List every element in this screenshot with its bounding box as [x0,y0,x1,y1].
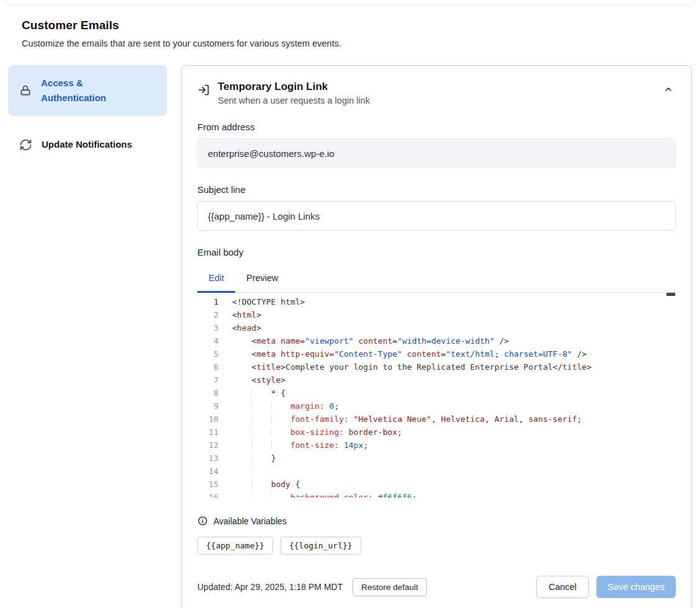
email-body-tabs: Edit Preview [197,267,676,293]
info-icon [197,516,208,526]
available-variables-label: Available Variables [213,516,287,526]
collapse-card-button[interactable] [661,81,676,100]
footer-actions: Cancel Save changes [536,576,676,598]
sidebar-item-access-authentication[interactable]: Access & Authentication [8,65,167,116]
save-changes-button[interactable]: Save changes [596,576,676,598]
email-types-sidebar: Access & Authentication Update Notificat… [8,65,167,163]
subject-line-label: Subject line [197,184,676,195]
variable-chip-app-name[interactable]: {{app_name}} [197,537,273,555]
refresh-icon [19,138,32,151]
card-header-text: Temporary Login Link Sent when a user re… [218,81,370,105]
tab-edit[interactable]: Edit [197,267,235,293]
sidebar-item-label: Access & Authentication [41,76,134,105]
available-variables-row: Available Variables [197,516,676,526]
from-address-label: From address [197,122,676,132]
card-title: Temporary Login Link [218,81,370,93]
restore-default-button[interactable]: Restore default [352,578,427,596]
lock-icon [19,84,32,97]
email-body-code-editor[interactable]: 1<!DOCTYPE html>2<html>3<head>4 <meta na… [197,293,676,498]
sidebar-item-label: Update Notifications [42,137,132,152]
card-header: Temporary Login Link Sent when a user re… [197,81,676,105]
previous-card-bottom-edge [5,0,695,6]
editor-scrollbar-thumb[interactable] [666,293,675,296]
card-footer: Updated: Apr 29, 2025, 1:18 PM MDT Resto… [197,576,676,598]
login-icon [197,84,210,96]
page-title: Customer Emails [22,19,678,32]
code-editor-lines: 1<!DOCTYPE html>2<html>3<head>4 <meta na… [197,295,676,498]
tab-preview[interactable]: Preview [235,267,290,293]
variable-chip-login-url[interactable]: {{login_url}} [280,537,361,555]
card-subtitle: Sent when a user requests a login link [218,96,370,105]
temporary-login-link-card: Temporary Login Link Sent when a user re… [181,65,692,608]
sidebar-item-update-notifications[interactable]: Update Notifications [8,127,167,163]
variable-chips: {{app_name}} {{login_url}} [197,537,676,555]
from-address-input[interactable] [197,138,676,168]
page-header: Customer Emails Customize the emails tha… [0,6,700,48]
page-subtitle: Customize the emails that are sent to yo… [22,38,678,48]
cancel-button[interactable]: Cancel [536,576,589,598]
email-body-label: Email body [197,247,676,257]
updated-timestamp: Updated: Apr 29, 2025, 1:18 PM MDT [197,582,343,592]
chevron-up-icon [663,87,673,96]
subject-line-input[interactable] [197,201,676,231]
